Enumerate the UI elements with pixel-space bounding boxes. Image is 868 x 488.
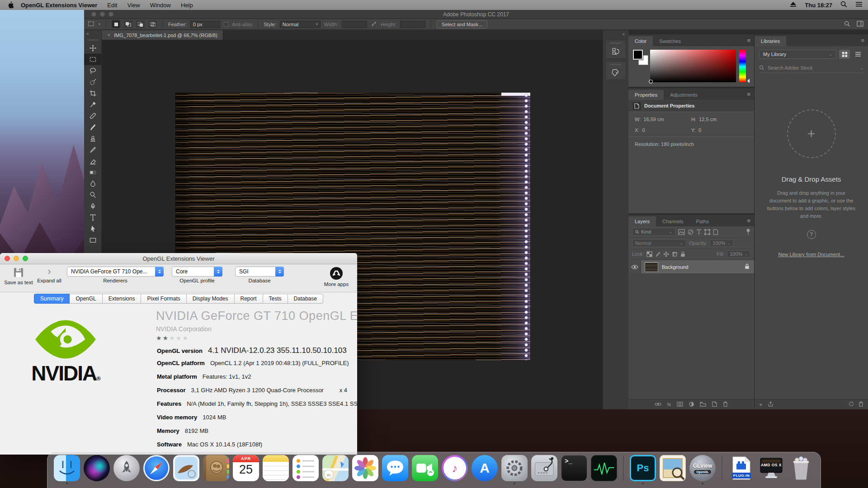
dock-reminders[interactable] xyxy=(292,455,319,484)
options-search-icon[interactable] xyxy=(844,21,850,28)
zoom-button[interactable] xyxy=(23,256,28,261)
dock-photoshop[interactable]: Ps xyxy=(630,455,656,484)
dock-activity-monitor[interactable] xyxy=(591,455,617,484)
dock-facetime[interactable] xyxy=(412,455,438,484)
dock-itunes[interactable]: ♪ xyxy=(442,455,468,484)
menu-app-name[interactable]: OpenGL Extensions Viewer xyxy=(21,2,97,9)
fill-input[interactable]: 100% ⌄ xyxy=(727,250,750,258)
add-content-icon[interactable]: + xyxy=(759,401,763,408)
tab-extensions[interactable]: Extensions xyxy=(103,294,142,304)
dock-plugin-file[interactable]: PLUG-IN xyxy=(728,455,755,484)
marquee-tool[interactable] xyxy=(84,54,101,65)
select-and-mask-button[interactable]: Select and Mask... xyxy=(437,20,488,28)
tab-summary[interactable]: Summary xyxy=(34,294,70,304)
tab-layers[interactable]: Layers xyxy=(628,216,656,226)
dock-calendar[interactable]: APR 25 xyxy=(233,455,259,484)
viewer-titlebar[interactable]: OpenGL Extensions Viewer xyxy=(0,253,357,264)
tab-properties[interactable]: Properties xyxy=(628,90,664,100)
hue-slider-arrow[interactable] xyxy=(745,79,750,83)
dock-siri[interactable] xyxy=(84,455,110,484)
dock-disk-utility[interactable] xyxy=(531,455,557,484)
filter-adjustment-layers-icon[interactable] xyxy=(688,229,693,235)
menu-item-help[interactable]: Help xyxy=(181,2,193,9)
type-tool[interactable] xyxy=(84,212,101,223)
pen-tool[interactable] xyxy=(84,201,101,212)
quick-selection-tool[interactable] xyxy=(84,76,101,88)
dock-messages[interactable] xyxy=(382,455,408,484)
dock-terminal[interactable]: >_ xyxy=(561,455,587,484)
layer-mask-icon[interactable] xyxy=(677,402,683,408)
dock-system-preferences[interactable] xyxy=(501,455,528,484)
tab-display-modes[interactable]: Display Modes xyxy=(187,294,235,304)
lock-artboard-icon[interactable] xyxy=(672,251,678,257)
preset-chevron-icon[interactable]: ▾ xyxy=(99,22,100,26)
layer-style-fx-icon[interactable]: fx xyxy=(667,402,671,407)
filter-shape-layers-icon[interactable] xyxy=(704,229,710,235)
color-picker-indicator[interactable] xyxy=(649,80,653,84)
lock-transparency-icon[interactable] xyxy=(646,251,652,257)
eraser-tool[interactable] xyxy=(84,155,101,167)
dock-contacts[interactable] xyxy=(203,455,229,484)
tab-tests[interactable]: Tests xyxy=(263,294,288,304)
lock-position-icon[interactable] xyxy=(663,251,669,257)
adjustment-layer-icon[interactable] xyxy=(689,402,694,408)
new-layer-icon[interactable] xyxy=(712,401,717,408)
selection-subtract-button[interactable] xyxy=(136,20,145,28)
delete-layer-icon[interactable] xyxy=(723,401,728,408)
sync-icon[interactable] xyxy=(849,401,854,408)
link-dimensions-icon[interactable] xyxy=(371,21,377,28)
menu-item-view[interactable]: View xyxy=(127,2,140,9)
saturation-brightness-field[interactable] xyxy=(650,50,736,82)
move-tool[interactable] xyxy=(84,42,101,54)
feather-input[interactable]: 0 px xyxy=(190,21,220,28)
lasso-tool[interactable] xyxy=(84,65,101,76)
photoshop-titlebar[interactable]: Adobe Photoshop CC 2017 xyxy=(84,10,868,19)
selection-new-button[interactable] xyxy=(112,20,120,28)
layer-group-icon[interactable] xyxy=(700,402,706,408)
share-library-icon[interactable] xyxy=(768,401,773,408)
filter-smart-objects-icon[interactable] xyxy=(713,229,718,235)
filter-toggle-pin-icon[interactable] xyxy=(746,229,750,235)
history-panel-button[interactable] xyxy=(605,40,626,59)
library-select[interactable]: My Library ⌄ xyxy=(759,50,836,59)
tab-adjustments[interactable]: Adjustments xyxy=(664,90,704,100)
panels-collapse-chevron[interactable]: « xyxy=(603,30,628,38)
menu-item-window[interactable]: Window xyxy=(150,2,171,9)
selection-intersect-button[interactable] xyxy=(148,20,157,28)
eject-icon[interactable] xyxy=(790,1,797,9)
crop-tool[interactable] xyxy=(84,88,101,99)
save-as-text-button[interactable]: Save as text xyxy=(4,267,33,285)
libraries-delete-icon[interactable] xyxy=(859,401,863,408)
height-input[interactable] xyxy=(400,21,425,28)
apple-menu-icon[interactable] xyxy=(8,1,14,9)
layer-filter-select[interactable]: Kind ⌄ xyxy=(632,228,675,236)
selection-add-button[interactable] xyxy=(124,20,132,28)
shape-tool[interactable] xyxy=(84,235,101,246)
grid-view-button[interactable] xyxy=(839,50,850,59)
adobe-stock-search[interactable]: Search Adobe Stock ⌄ xyxy=(759,62,863,73)
opengl-profile-select[interactable]: Core xyxy=(172,267,222,277)
tab-paths[interactable]: Paths xyxy=(690,216,715,226)
layer-visibility-toggle[interactable] xyxy=(628,260,641,273)
spot-healing-tool[interactable] xyxy=(84,110,101,122)
dock-glview[interactable]: GLview OpenGL xyxy=(689,455,716,484)
dock-finder[interactable] xyxy=(54,455,80,484)
brush-tool[interactable] xyxy=(84,122,101,133)
device-preview-panel-button[interactable] xyxy=(605,61,626,80)
close-button[interactable] xyxy=(5,256,10,261)
eyedropper-tool[interactable] xyxy=(84,99,101,110)
hue-slider[interactable] xyxy=(739,50,746,82)
notification-center-icon[interactable] xyxy=(855,1,863,9)
database-select[interactable]: SGI xyxy=(235,267,284,277)
tab-libraries[interactable]: Libraries xyxy=(755,36,786,46)
tools-collapse-chevron[interactable]: » xyxy=(84,30,101,38)
dock-safari[interactable] xyxy=(143,455,170,484)
lock-pixels-icon[interactable] xyxy=(655,251,660,257)
properties-panel-menu-icon[interactable]: ≡ xyxy=(747,91,750,98)
marquee-tool-preset-icon[interactable] xyxy=(88,21,95,28)
layer-thumbnail[interactable] xyxy=(645,262,658,272)
new-library-from-document-link[interactable]: New Library from Document... xyxy=(778,252,844,257)
dock-launchpad[interactable] xyxy=(113,455,140,484)
expand-all-button[interactable]: › Expand all xyxy=(35,267,63,283)
dock-photos[interactable] xyxy=(352,455,378,484)
